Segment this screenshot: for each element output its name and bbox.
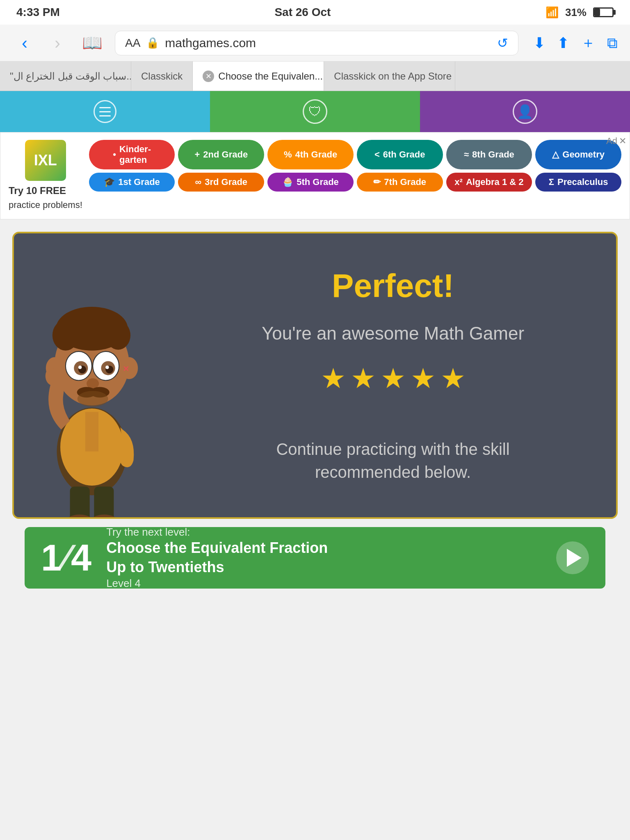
svg-point-7 <box>72 315 94 335</box>
grade-label: Geometry <box>562 149 605 160</box>
main-content: ✕ Perfect! You're an awesome Math Gamer … <box>0 219 630 609</box>
awesome-subtitle: You're an awesome Math Gamer <box>262 323 524 344</box>
grade-icon: • <box>113 149 116 160</box>
download-button[interactable]: ⬇ <box>533 33 546 53</box>
grade-2nd[interactable]: + 2nd Grade <box>178 140 264 169</box>
hamburger-line-2 <box>99 111 111 112</box>
forward-button[interactable]: › <box>45 33 70 53</box>
close-icon: ✕ <box>619 136 626 146</box>
grade-label: 1st Grade <box>118 177 160 187</box>
tabs-button[interactable]: ⧉ <box>607 33 618 53</box>
user-circle: 👤 <box>513 99 537 124</box>
tab-label: Choose the Equivalen... <box>218 71 323 82</box>
ad-banner: IXL Try 10 FREE practice problems! • Kin… <box>0 132 630 219</box>
wifi-icon: 📶 <box>546 6 559 19</box>
grade-label: 3rd Grade <box>205 177 247 187</box>
svg-rect-28 <box>50 368 55 381</box>
grade-icon: ∞ <box>195 177 201 187</box>
next-level-banner[interactable]: 1 ⁄ 4 Try the next level: Choose the Equ… <box>25 527 605 589</box>
grade-icon: ✏ <box>373 177 381 187</box>
user-section[interactable]: 👤 <box>420 91 630 132</box>
tab-classkick-app[interactable]: Classkick on the App Store <box>324 62 455 91</box>
share-button[interactable]: ⬆ <box>557 33 569 53</box>
grade-7th[interactable]: ✏ 7th Grade <box>357 173 443 192</box>
logo-section[interactable]: 🛡 <box>210 91 420 132</box>
svg-point-20 <box>78 391 108 406</box>
hamburger-line-3 <box>99 115 111 116</box>
logo-circle: 🛡 <box>303 99 327 124</box>
grade-4th[interactable]: % 4th Grade <box>267 140 354 169</box>
tab-classkick[interactable]: Classkick <box>131 62 193 91</box>
address-bar[interactable]: AA 🔒 mathgames.com ↺ <box>115 31 518 55</box>
character-illustration: ✕ <box>22 263 162 517</box>
grade-label: Kinder-garten <box>119 144 151 165</box>
level-number: Level 4 <box>106 577 541 590</box>
bookmarks-icon[interactable]: 📖 <box>82 33 103 52</box>
grade-algebra[interactable]: x² Algebra 1 & 2 <box>446 173 532 192</box>
svg-point-15 <box>78 365 82 369</box>
user-icon: 👤 <box>517 104 533 119</box>
nav-icons: ⬇ ⬆ ＋ ⧉ <box>533 33 618 53</box>
tab-label: Classkick on the App Store <box>334 71 452 82</box>
tab-choose-equivalent[interactable]: ✕ Choose the Equivalen... <box>193 62 324 91</box>
new-tab-button[interactable]: ＋ <box>581 33 596 53</box>
grade-icon: 🎓 <box>104 177 115 187</box>
grade-label: 4th Grade <box>295 149 337 160</box>
star-4: ★ <box>411 362 436 395</box>
grade-3rd[interactable]: ∞ 3rd Grade <box>178 173 264 192</box>
tab-arabic[interactable]: "سباب الوقت قبل الختراع ال... <box>0 62 131 91</box>
result-card: ✕ Perfect! You're an awesome Math Gamer … <box>12 232 618 519</box>
star-2: ★ <box>351 362 376 395</box>
grade-icon: ≈ <box>464 149 469 160</box>
status-bar: 4:33 PM Sat 26 Oct 📶 31% <box>0 0 630 25</box>
grade-label: 8th Grade <box>472 149 514 160</box>
star-1: ★ <box>321 362 346 395</box>
svg-rect-2 <box>85 412 98 451</box>
hamburger-line-1 <box>99 107 111 108</box>
ad-close-button[interactable]: Ad ✕ <box>606 136 626 146</box>
grade-6th[interactable]: < 6th Grade <box>357 140 443 169</box>
fraction-display: 1 ⁄ 4 <box>41 537 91 579</box>
perfect-title: Perfect! <box>332 267 454 305</box>
next-level-info: Try the next level: Choose the Equivalen… <box>106 526 541 590</box>
grade-label: Algebra 1 & 2 <box>466 177 524 187</box>
grade-icon: < <box>374 149 380 160</box>
play-triangle-icon <box>567 549 582 567</box>
tab-label: Classkick <box>141 71 183 82</box>
svg-rect-24 <box>94 486 114 517</box>
grade-label: 6th Grade <box>383 149 425 160</box>
lock-icon: 🔒 <box>146 37 159 49</box>
grade-precalculus[interactable]: Σ Precalculus <box>535 173 621 192</box>
grade-kindergarten[interactable]: • Kinder-garten <box>89 140 175 169</box>
grade-label: 5th Grade <box>297 177 339 187</box>
status-time: 4:33 PM <box>16 6 60 19</box>
continue-message: Continue practicing with the skillrecomm… <box>276 438 509 484</box>
play-button[interactable] <box>556 541 589 574</box>
text-size-control[interactable]: AA <box>125 37 140 50</box>
result-text-area: Perfect! You're an awesome Math Gamer ★ … <box>170 233 616 517</box>
grade-5th[interactable]: 🧁 5th Grade <box>267 173 354 192</box>
status-right: 📶 31% <box>546 6 614 19</box>
ixl-logo[interactable]: IXL <box>25 140 66 181</box>
grade-1st[interactable]: 🎓 1st Grade <box>89 173 175 192</box>
tab-close-button[interactable]: ✕ <box>203 71 214 82</box>
ad-label: Ad <box>606 136 617 146</box>
hamburger-icon[interactable] <box>94 100 116 123</box>
back-button[interactable]: ‹ <box>12 33 37 53</box>
grade-grid: • Kinder-garten + 2nd Grade % 4th Grade … <box>89 140 621 192</box>
menu-section[interactable] <box>0 91 210 132</box>
grade-icon: x² <box>454 177 463 187</box>
url-text[interactable]: mathgames.com <box>165 36 491 50</box>
svg-text:✕: ✕ <box>123 365 129 373</box>
tab-label: "سباب الوقت قبل الختراع ال... <box>10 71 131 82</box>
reload-button[interactable]: ↺ <box>497 35 508 51</box>
fraction-denominator: 4 <box>71 539 91 576</box>
battery-icon <box>593 7 614 17</box>
fraction-numerator: 1 <box>41 539 62 576</box>
svg-point-16 <box>105 365 109 369</box>
grade-icon: % <box>284 149 292 160</box>
fraction-slash: ⁄ <box>63 537 69 579</box>
grade-8th[interactable]: ≈ 8th Grade <box>446 140 532 169</box>
grade-icon: 🧁 <box>282 177 293 187</box>
site-header: 🛡 👤 <box>0 91 630 132</box>
